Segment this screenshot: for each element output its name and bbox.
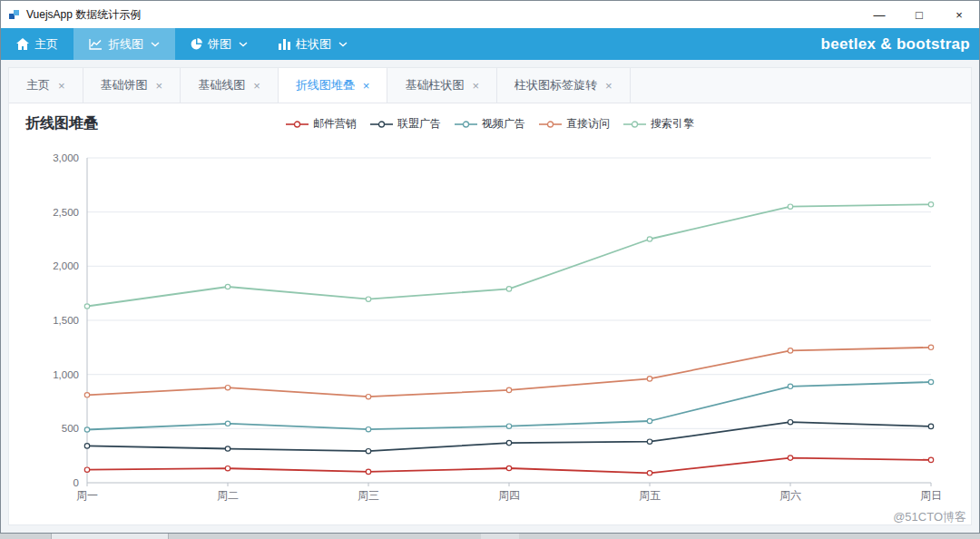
nav-item-折线图[interactable]: 折线图 (74, 28, 175, 60)
close-tab-icon[interactable]: × (253, 80, 260, 92)
svg-text:周六: 周六 (779, 489, 801, 502)
nav-item-label: 折线图 (108, 36, 143, 53)
chart-card: 主页×基础饼图×基础线图×折线图堆叠×基础柱状图×柱状图标签旋转× 折线图堆叠 … (8, 67, 972, 525)
tab-基础柱状图[interactable]: 基础柱状图× (387, 68, 497, 103)
tab-label: 柱状图标签旋转 (514, 77, 597, 93)
background-window-fragment (51, 534, 169, 539)
tab-柱状图标签旋转[interactable]: 柱状图标签旋转× (497, 68, 631, 103)
legend-label: 邮件营销 (313, 116, 357, 132)
close-tab-icon[interactable]: × (363, 80, 370, 92)
window-controls: — □ × (859, 1, 979, 28)
pie-chart-icon (191, 38, 202, 50)
svg-text:1,500: 1,500 (53, 315, 79, 326)
watermark: @51CTO博客 (893, 509, 966, 525)
legend-item-直接访问[interactable]: 直接访问 (539, 116, 610, 132)
svg-text:周四: 周四 (498, 489, 520, 502)
svg-text:周三: 周三 (358, 489, 379, 502)
tab-主页[interactable]: 主页× (9, 68, 83, 103)
legend-marker-icon (370, 121, 393, 128)
line-chart-svg: 05001,0001,5002,0002,5003,000周一周二周三周四周五周… (16, 147, 956, 512)
tab-bar: 主页×基础饼图×基础线图×折线图堆叠×基础柱状图×柱状图标签旋转× (9, 68, 971, 103)
svg-text:3,000: 3,000 (53, 152, 79, 163)
line-chart: 05001,0001,5002,0002,5003,000周一周二周三周四周五周… (9, 145, 971, 515)
minimize-button[interactable]: — (859, 1, 899, 28)
legend-item-视频广告[interactable]: 视频广告 (455, 116, 525, 132)
navbar: 主页折线图饼图柱状图 beetlex & bootstrap (1, 28, 979, 60)
chevron-down-icon (151, 42, 160, 47)
app-window: VuejsApp 数据统计示例 — □ × 主页折线图饼图柱状图 beetlex… (0, 0, 980, 534)
svg-text:周日: 周日 (920, 489, 942, 502)
tab-label: 主页 (26, 77, 50, 93)
close-button[interactable]: × (939, 1, 979, 28)
svg-text:周二: 周二 (217, 489, 239, 502)
legend-item-联盟广告[interactable]: 联盟广告 (370, 116, 441, 132)
chart-header: 折线图堆叠 邮件营销联盟广告视频广告直接访问搜索引擎 (9, 103, 971, 145)
home-icon (16, 38, 29, 50)
nav-item-label: 饼图 (208, 36, 231, 53)
app-icon (8, 8, 21, 21)
nav-item-主页[interactable]: 主页 (1, 28, 74, 60)
tab-label: 基础饼图 (101, 77, 148, 93)
content-area: 主页×基础饼图×基础线图×折线图堆叠×基础柱状图×柱状图标签旋转× 折线图堆叠 … (1, 60, 979, 533)
close-tab-icon[interactable]: × (156, 80, 163, 92)
legend-marker-icon (539, 121, 562, 128)
close-tab-icon[interactable]: × (472, 80, 479, 92)
svg-text:2,000: 2,000 (53, 260, 79, 271)
svg-text:0: 0 (74, 477, 79, 488)
close-tab-icon[interactable]: × (605, 80, 612, 92)
chevron-down-icon (338, 42, 348, 47)
legend-label: 视频广告 (482, 116, 525, 132)
nav-item-饼图[interactable]: 饼图 (175, 28, 263, 60)
background-window-fragment (481, 534, 519, 539)
maximize-button[interactable]: □ (899, 1, 939, 28)
chevron-down-icon (239, 42, 248, 47)
tab-基础线图[interactable]: 基础线图× (181, 68, 279, 103)
tab-基础饼图[interactable]: 基础饼图× (83, 68, 181, 103)
legend-item-邮件营销[interactable]: 邮件营销 (286, 116, 357, 132)
svg-text:1,000: 1,000 (53, 369, 79, 380)
svg-text:500: 500 (62, 423, 79, 434)
legend-label: 直接访问 (566, 116, 610, 132)
window-title: VuejsApp 数据统计示例 (26, 7, 141, 23)
bar-chart-icon (279, 39, 290, 50)
svg-text:周五: 周五 (639, 489, 661, 502)
nav-item-label: 柱状图 (296, 36, 331, 53)
svg-text:周一: 周一 (76, 489, 98, 502)
close-tab-icon[interactable]: × (58, 80, 65, 92)
nav-item-柱状图[interactable]: 柱状图 (263, 28, 363, 60)
brand-text: beetlex & bootstrap (821, 28, 979, 60)
legend-item-搜索引擎[interactable]: 搜索引擎 (623, 116, 694, 132)
legend-label: 搜索引擎 (651, 116, 694, 132)
tab-label: 基础线图 (198, 77, 245, 93)
navbar-items: 主页折线图饼图柱状图 (1, 28, 363, 60)
legend-marker-icon (455, 121, 477, 128)
legend-marker-icon (623, 121, 646, 128)
tab-label: 折线图堆叠 (296, 77, 355, 93)
line-chart-icon (89, 39, 103, 50)
nav-item-label: 主页 (34, 36, 58, 53)
chart-legend: 邮件营销联盟广告视频广告直接访问搜索引擎 (286, 116, 694, 132)
tab-折线图堆叠[interactable]: 折线图堆叠× (279, 68, 388, 103)
legend-label: 联盟广告 (397, 116, 441, 132)
background-window-sliver (0, 534, 980, 539)
svg-text:2,500: 2,500 (53, 207, 79, 218)
title-bar: VuejsApp 数据统计示例 — □ × (1, 1, 979, 28)
tab-label: 基础柱状图 (405, 77, 464, 93)
legend-marker-icon (286, 121, 309, 128)
